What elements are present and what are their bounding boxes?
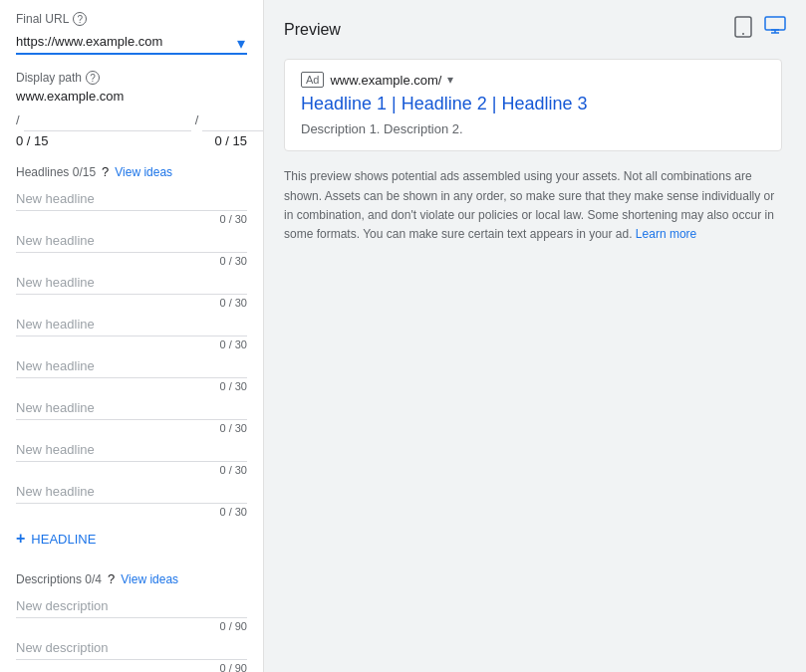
path1-count: 0 / 15 (16, 133, 49, 148)
mobile-preview-icon[interactable] (734, 16, 752, 43)
path2-input[interactable] (202, 108, 264, 131)
headline-count-3: 0 / 30 (16, 297, 247, 309)
preview-info: This preview shows potential ads assembl… (284, 167, 786, 244)
headline-input-8[interactable] (16, 480, 247, 504)
headline-input-wrapper-3: 0 / 30 (16, 271, 247, 309)
path2-count: 0 / 15 (214, 133, 247, 148)
headline-input-wrapper-2: 0 / 30 (16, 229, 247, 267)
svg-rect-2 (765, 17, 785, 30)
display-path-section: Display path ? www.example.com / / 0 / 1… (16, 71, 247, 148)
display-path-label-row: Display path ? (16, 71, 247, 85)
headline-input-5[interactable] (16, 354, 247, 378)
display-path-help-icon[interactable]: ? (86, 71, 100, 85)
view-ideas-desc-link[interactable]: View ideas (121, 572, 178, 586)
headline-input-wrapper-6: 0 / 30 (16, 396, 247, 434)
path1-input[interactable] (24, 108, 191, 131)
headline-input-3[interactable] (16, 271, 247, 295)
display-path-label: Display path (16, 71, 82, 85)
headline-input-wrapper-4: 0 / 30 (16, 313, 247, 350)
description-input-2[interactable] (16, 636, 247, 660)
ad-description: Description 1. Description 2. (301, 120, 765, 138)
final-url-help-icon[interactable]: ? (73, 12, 87, 26)
description-count-1: 0 / 90 (16, 620, 247, 632)
path-separator-2: / (195, 112, 199, 127)
ad-url-dropdown-icon: ▾ (447, 73, 453, 87)
add-headline-label: HEADLINE (31, 532, 96, 547)
add-headline-plus-icon: + (16, 530, 25, 548)
headlines-header: Headlines 0/15 ? View ideas (16, 164, 247, 179)
final-url-input[interactable] (16, 30, 247, 55)
preview-title: Preview (284, 21, 341, 39)
headline-count-8: 0 / 30 (16, 506, 247, 518)
final-url-section: Final URL ? (16, 12, 247, 26)
descriptions-header: Descriptions 0/4 ? View ideas (16, 571, 247, 586)
headline-input-7[interactable] (16, 438, 247, 462)
headline-count-6: 0 / 30 (16, 422, 247, 434)
headline-input-wrapper-5: 0 / 30 (16, 354, 247, 392)
path-separator-1: / (16, 112, 20, 127)
ad-label-row: Ad www.example.com/ ▾ (301, 72, 765, 88)
path-counts: 0 / 15 0 / 15 (16, 133, 247, 148)
descriptions-label: Descriptions 0/4 (16, 572, 102, 586)
description-count-2: 0 / 90 (16, 662, 247, 672)
desktop-preview-icon[interactable] (764, 16, 786, 43)
headline-count-5: 0 / 30 (16, 380, 247, 392)
ad-preview-card: Ad www.example.com/ ▾ Headline 1 | Headl… (284, 59, 782, 151)
headline-input-6[interactable] (16, 396, 247, 420)
headline-count-2: 0 / 30 (16, 255, 247, 267)
ad-badge: Ad (301, 72, 324, 88)
view-ideas-link[interactable]: View ideas (115, 165, 172, 179)
right-panel: Preview Ad www.example.com/ (264, 0, 806, 672)
headline-input-1[interactable] (16, 187, 247, 211)
headline-input-4[interactable] (16, 313, 247, 336)
svg-point-1 (742, 33, 744, 35)
preview-header: Preview (284, 16, 786, 43)
description-input-wrapper-1: 0 / 90 (16, 594, 247, 632)
left-panel: Final URL ? ▾ Display path ? www.example… (0, 0, 264, 672)
ad-url-text: www.example.com/ (330, 73, 441, 88)
descriptions-section: Descriptions 0/4 ? View ideas 0 / 90 0 /… (16, 571, 247, 672)
headline-count-1: 0 / 30 (16, 213, 247, 225)
final-url-wrapper: ▾ (16, 30, 247, 55)
preview-info-text: This preview shows potential ads assembl… (284, 169, 774, 241)
headlines-label: Headlines 0/15 (16, 165, 96, 179)
final-url-label: Final URL (16, 12, 69, 26)
path-row: / / (16, 108, 247, 131)
url-dropdown-icon[interactable]: ▾ (237, 33, 245, 52)
headlines-section: Headlines 0/15 ? View ideas 0 / 30 0 / 3… (16, 164, 247, 552)
headline-inputs-list: 0 / 30 0 / 30 0 / 30 0 / 30 0 / 30 0 / 3… (16, 187, 247, 518)
headlines-help-icon[interactable]: ? (102, 164, 109, 179)
add-headline-button[interactable]: + HEADLINE (16, 526, 96, 552)
learn-more-link[interactable]: Learn more (636, 227, 696, 241)
ad-headline: Headline 1 | Headline 2 | Headline 3 (301, 92, 765, 116)
device-icons (734, 16, 786, 43)
descriptions-help-icon[interactable]: ? (108, 571, 115, 586)
headline-input-2[interactable] (16, 229, 247, 253)
description-input-1[interactable] (16, 594, 247, 618)
headline-input-wrapper-1: 0 / 30 (16, 187, 247, 225)
headline-input-wrapper-8: 0 / 30 (16, 480, 247, 518)
description-input-wrapper-2: 0 / 90 (16, 636, 247, 672)
headline-input-wrapper-7: 0 / 30 (16, 438, 247, 476)
headline-count-7: 0 / 30 (16, 464, 247, 476)
headline-count-4: 0 / 30 (16, 338, 247, 350)
display-path-url: www.example.com (16, 89, 247, 104)
